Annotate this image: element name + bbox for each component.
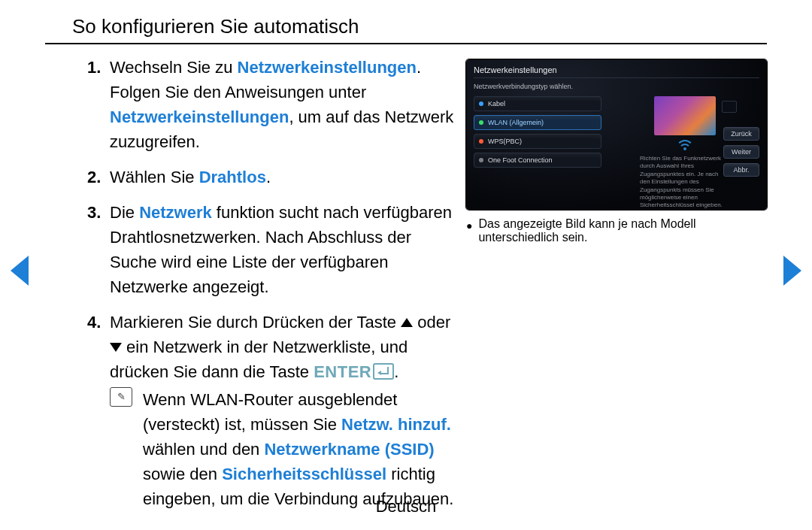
note-icon: ✎ xyxy=(110,387,132,407)
tv-option-onefoot[interactable]: One Foot Connection xyxy=(474,153,601,168)
page-title: So konfigurieren Sie automatisch xyxy=(45,15,767,44)
screenshot-caption: ● Das angezeigte Bild kann je nach Model… xyxy=(466,217,767,244)
step4-text: Markieren Sie durch Drücken der Taste xyxy=(110,313,401,332)
step4-text2: oder xyxy=(413,313,450,332)
footer-language: Deutsch xyxy=(0,497,812,516)
nav-prev-arrow[interactable] xyxy=(11,256,29,286)
tv-preview-thumb xyxy=(654,96,716,135)
tv-next-button[interactable]: Weiter xyxy=(723,145,759,159)
note-t2: wählen und den xyxy=(143,440,264,459)
step2-text2: . xyxy=(266,168,271,186)
tv-option-wps[interactable]: WPS(PBC) xyxy=(474,134,601,149)
tv-desc: Richten Sie das Funknetzwerk durch Auswa… xyxy=(640,155,730,210)
enter-icon xyxy=(373,363,394,380)
note-t3: sowie den xyxy=(143,465,222,483)
step-2: Wählen Sie Drahtlos. xyxy=(87,165,460,189)
dot-icon xyxy=(479,139,483,144)
link-netzwerkeinstellungen-1: Netzwerkeinstellungen xyxy=(238,58,417,77)
arrow-down-icon xyxy=(110,343,122,352)
link-netzwerkname-ssid: Netzwerkname (SSID) xyxy=(264,440,434,459)
tv-screenshot: Netzwerkeinstellungen Netzwerkverbindung… xyxy=(466,59,767,210)
tv-option-label: WPS(PBC) xyxy=(488,138,522,145)
step-3: Die Netzwerk funktion sucht nach verfügb… xyxy=(87,200,460,299)
step-4: Markieren Sie durch Drücken der Taste od… xyxy=(87,310,460,511)
tv-title: Netzwerkeinstellungen xyxy=(474,65,759,78)
step2-text: Wählen Sie xyxy=(110,168,199,186)
step3-text: Die xyxy=(110,203,139,222)
tv-option-label: WLAN (Allgemein) xyxy=(488,119,544,126)
tv-cancel-button[interactable]: Abbr. xyxy=(723,163,759,177)
bullet-icon: ● xyxy=(466,217,472,244)
step-1: Wechseln Sie zu Netzwerkeinstellungen. F… xyxy=(87,55,460,154)
link-netzwerk: Netzwerk xyxy=(139,203,212,222)
tv-option-label: Kabel xyxy=(488,100,505,108)
tv-back-button[interactable]: Zurück xyxy=(723,127,759,141)
link-netzw-hinzuf: Netzw. hinzuf. xyxy=(341,415,451,434)
tv-option-kabel[interactable]: Kabel xyxy=(474,96,601,111)
step1-text: Wechseln Sie zu xyxy=(110,58,238,77)
caption-text: Das angezeigte Bild kann je nach Modell … xyxy=(478,217,767,244)
enter-label: ENTER xyxy=(314,362,371,381)
tv-subtitle: Netzwerkverbindungstyp wählen. xyxy=(474,83,759,90)
step4-text4: . xyxy=(394,362,398,381)
dot-icon xyxy=(479,158,483,162)
link-sicherheitsschluessel: Sicherheitsschlüssel xyxy=(222,465,386,483)
link-netzwerkeinstellungen-2: Netzwerkeinstellungen xyxy=(110,108,289,126)
arrow-up-icon xyxy=(401,318,413,327)
nav-next-arrow[interactable] xyxy=(783,256,801,286)
link-drahtlos: Drahtlos xyxy=(199,168,266,186)
tv-option-label: One Foot Connection xyxy=(488,156,553,164)
dot-icon xyxy=(479,120,483,125)
wifi-icon xyxy=(677,140,693,150)
dot-icon xyxy=(479,101,483,106)
tv-option-wlan[interactable]: WLAN (Allgemein) xyxy=(474,115,601,130)
note-text: Wenn WLAN-Router ausgeblendet (versteckt… xyxy=(143,387,460,511)
